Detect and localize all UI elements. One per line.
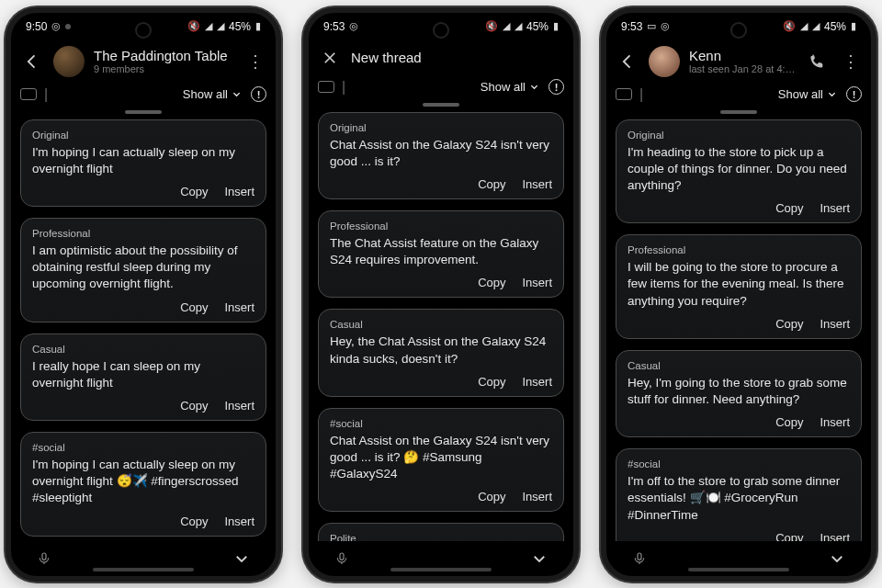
- insert-button[interactable]: Insert: [820, 415, 850, 429]
- more-button[interactable]: ⋮: [838, 50, 862, 74]
- avatar[interactable]: [53, 46, 85, 77]
- chat-header: Kenn last seen Jan 28 at 4:15 P… ⋮: [606, 40, 871, 85]
- battery-text: 45%: [824, 20, 846, 33]
- info-icon[interactable]: !: [548, 79, 564, 95]
- chat-header: New thread: [309, 40, 573, 77]
- insert-button[interactable]: Insert: [224, 300, 254, 314]
- suggestions-list[interactable]: Original I'm heading to the store to pic…: [606, 119, 871, 541]
- keyboard-icon[interactable]: [20, 88, 37, 100]
- keyboard-icon[interactable]: [616, 88, 632, 100]
- signal-icon: ◢: [514, 21, 522, 31]
- card-body: Chat Assist on the Galaxy S24 isn't very…: [330, 137, 552, 170]
- suggestions-list[interactable]: Original Chat Assist on the Galaxy S24 i…: [309, 112, 573, 541]
- copy-button[interactable]: Copy: [478, 490, 505, 503]
- gesture-bar: [390, 568, 492, 571]
- insert-button[interactable]: Insert: [224, 185, 254, 198]
- copy-button[interactable]: Copy: [478, 375, 505, 389]
- mic-icon[interactable]: [334, 551, 349, 566]
- copy-button[interactable]: Copy: [775, 415, 803, 429]
- status-bar: 9:53 ◎ 🔇 ◢ ◢ 45% ▮: [309, 13, 573, 40]
- signal-icon: ◢: [812, 21, 820, 31]
- suggestion-card: Professional The Chat Assist feature on …: [318, 210, 564, 298]
- suggestion-card: #social I'm hoping I can actually sleep …: [20, 432, 266, 537]
- card-body: The Chat Assist feature on the Galaxy S2…: [330, 235, 552, 268]
- text-cursor: |: [639, 86, 643, 103]
- card-body: I will be going to the store to procure …: [628, 259, 850, 310]
- chat-title[interactable]: The Paddington Table: [94, 48, 233, 63]
- card-label: Original: [628, 130, 850, 141]
- collapse-button[interactable]: [829, 550, 845, 567]
- copy-button[interactable]: Copy: [775, 531, 803, 541]
- card-label: Professional: [628, 244, 850, 255]
- show-all-dropdown[interactable]: Show all: [778, 87, 837, 101]
- chat-subtitle: last seen Jan 28 at 4:15 P…: [689, 63, 796, 75]
- card-body: I'm off to the store to grab some dinner…: [628, 473, 850, 524]
- signal-icon: ◢: [800, 21, 808, 31]
- chevron-down-icon: [529, 82, 539, 92]
- collapse-button[interactable]: [531, 550, 548, 567]
- copy-button[interactable]: Copy: [180, 300, 208, 314]
- battery-text: 45%: [526, 20, 548, 33]
- insert-button[interactable]: Insert: [522, 276, 552, 289]
- insert-button[interactable]: Insert: [820, 201, 850, 215]
- card-body: I really hope I can sleep on my overnigh…: [32, 358, 254, 391]
- drag-handle[interactable]: [720, 110, 757, 114]
- chat-subtitle: 9 members: [94, 63, 233, 75]
- mic-icon[interactable]: [37, 551, 51, 566]
- avatar[interactable]: [649, 46, 680, 77]
- info-icon[interactable]: !: [846, 86, 862, 102]
- call-button[interactable]: [805, 50, 829, 74]
- copy-button[interactable]: Copy: [478, 276, 505, 289]
- copy-button[interactable]: Copy: [180, 514, 208, 528]
- mic-icon[interactable]: [632, 551, 647, 566]
- suggestion-card: Original I'm heading to the store to pic…: [616, 119, 862, 224]
- show-all-dropdown[interactable]: Show all: [183, 87, 242, 101]
- status-icon: ◎: [349, 21, 358, 31]
- text-cursor: |: [342, 79, 345, 96]
- card-label: Original: [330, 122, 552, 133]
- suggestion-card: Professional I will be going to the stor…: [616, 234, 862, 339]
- copy-button[interactable]: Copy: [775, 201, 803, 215]
- card-body: I am optimistic about the possibility of…: [32, 243, 254, 293]
- info-icon[interactable]: !: [251, 86, 266, 102]
- drag-handle[interactable]: [423, 103, 459, 107]
- suggestion-card: Original Chat Assist on the Galaxy S24 i…: [318, 112, 564, 199]
- keyboard-icon[interactable]: [318, 81, 334, 93]
- back-button[interactable]: [616, 50, 639, 74]
- copy-button[interactable]: Copy: [180, 399, 208, 413]
- signal-icon: ◢: [205, 21, 212, 31]
- copy-button[interactable]: Copy: [775, 317, 803, 331]
- suggestion-card: Casual Hey, the Chat Assist on the Galax…: [318, 309, 564, 396]
- phone-1: 9:50 ◎ 🔇 ◢ ◢ 45% ▮ The Paddington Table …: [6, 7, 281, 582]
- card-label: Casual: [330, 319, 552, 330]
- battery-icon: ▮: [851, 21, 856, 31]
- card-label: #social: [628, 458, 850, 469]
- thread-title: New thread: [351, 50, 564, 65]
- drag-handle[interactable]: [125, 110, 162, 114]
- chevron-down-icon: [827, 89, 837, 99]
- close-button[interactable]: [318, 46, 342, 70]
- collapse-button[interactable]: [233, 550, 250, 567]
- copy-button[interactable]: Copy: [478, 177, 505, 191]
- insert-button[interactable]: Insert: [820, 317, 850, 331]
- insert-button[interactable]: Insert: [224, 514, 254, 528]
- svg-rect-2: [638, 553, 641, 560]
- card-body: Chat Assist on the Galaxy S24 isn't very…: [330, 433, 552, 483]
- insert-button[interactable]: Insert: [522, 490, 552, 503]
- chat-title[interactable]: Kenn: [689, 48, 796, 63]
- suggestion-card: Casual Hey, I'm going to the store to gr…: [616, 350, 862, 437]
- suggestion-card: Polite Excuse me, but I must respectfull…: [318, 523, 564, 540]
- insert-button[interactable]: Insert: [522, 375, 552, 389]
- insert-button[interactable]: Insert: [820, 531, 850, 541]
- copy-button[interactable]: Copy: [180, 185, 208, 198]
- mute-icon: 🔇: [187, 21, 200, 31]
- status-time: 9:53: [621, 20, 642, 33]
- suggestion-card: #social Chat Assist on the Galaxy S24 is…: [318, 408, 564, 513]
- insert-button[interactable]: Insert: [522, 177, 552, 191]
- mute-icon: 🔇: [783, 21, 796, 31]
- insert-button[interactable]: Insert: [224, 399, 254, 413]
- more-button[interactable]: ⋮: [243, 50, 266, 74]
- suggestions-list[interactable]: Original I'm hoping I can actually sleep…: [11, 119, 276, 541]
- show-all-dropdown[interactable]: Show all: [481, 80, 539, 94]
- back-button[interactable]: [20, 50, 44, 74]
